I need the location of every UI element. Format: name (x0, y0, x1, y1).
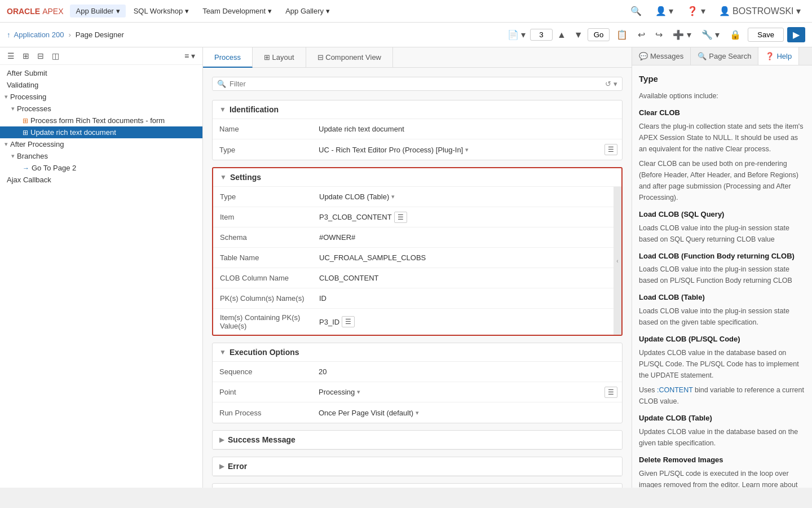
tab-process[interactable]: Process (203, 47, 253, 68)
profile-icon-btn[interactable]: 👤 BOSTROWSKI (714, 3, 805, 19)
tab-help[interactable]: ❓ Help (758, 47, 799, 65)
settings-collapse-handle[interactable]: ‹ (614, 187, 621, 335)
help-entry-3-body: Loads CLOB value into the plug-in sessio… (639, 264, 805, 286)
form-row-pk-items: Item(s) Containing PK(s) Value(s) P3_ID … (213, 309, 614, 335)
right-help-content: Type Available options include: Clear CL… (632, 65, 812, 488)
run-process-value: Once Per Page Visit (default) ▾ (314, 405, 622, 421)
type-options-btn[interactable]: ☰ (604, 144, 617, 155)
pk-items-options-btn[interactable]: ☰ (342, 316, 355, 327)
tree-item-after-submit[interactable]: After Submit (0, 67, 202, 79)
help-entry-5-title: Update CLOB (PL/SQL Code) (639, 334, 805, 345)
processing-label: Processing (10, 93, 46, 101)
type-value: UC - Rich Text Editor Pro (Process) [Plu… (314, 141, 622, 159)
tree-item-branches[interactable]: Branches (0, 150, 202, 162)
tree-item-go-to-page[interactable]: → Go To Page 2 (0, 162, 202, 174)
page-up-btn[interactable]: ▲ (554, 28, 570, 42)
breadcrumb-bar: ↑ Application 200 › Page Designer 📄 ▲ ▼ … (0, 23, 812, 47)
settings-type-select[interactable]: Update CLOB (Table) ▾ (319, 192, 609, 201)
copy-page-btn[interactable]: 📋 (613, 27, 631, 42)
section-identification-header[interactable]: ▼ Identification (213, 100, 622, 119)
list-view-btn[interactable]: ☰ (5, 50, 17, 62)
tree-item-after-processing[interactable]: After Processing (0, 138, 202, 150)
page-nav-icon[interactable]: 📄 (504, 27, 529, 42)
settings-type-value: Update CLOB (Table) ▾ (315, 189, 614, 204)
form-row-name: Name Update rich text document (213, 119, 622, 139)
save-button[interactable]: Save (748, 28, 784, 42)
app-builder-chevron-icon (116, 7, 120, 15)
point-value: Processing ▾ ☰ (314, 383, 622, 401)
after-processing-label: After Processing (10, 140, 64, 148)
page-number-input[interactable] (530, 29, 553, 41)
redo-btn[interactable]: ↪ (652, 27, 666, 42)
help-entry-8-title: Delete Removed Images (639, 454, 805, 466)
go-to-page-icon: → (23, 164, 29, 172)
server-side-condition-header[interactable]: ▶ Server-side Condition (213, 484, 622, 488)
name-value: Update rich text document (314, 121, 622, 137)
diagram-view-btn[interactable]: ◫ (49, 50, 62, 62)
filter-options-icon[interactable]: ↺ ▾ (605, 80, 617, 88)
settings-collapse-icon: ▼ (220, 173, 227, 181)
tree-item-validating[interactable]: Validating (0, 79, 202, 91)
error-header[interactable]: ▶ Error (213, 457, 622, 476)
nav-app-gallery[interactable]: App Gallery (280, 5, 336, 17)
type-select[interactable]: UC - Rich Text Editor Pro (Process) [Plu… (319, 146, 602, 154)
form-row-type: Type UC - Rich Text Editor Pro (Process)… (213, 139, 622, 160)
filter-toggle-btn[interactable]: ≡ (182, 50, 198, 62)
nav-sql-workshop[interactable]: SQL Workshop (128, 5, 195, 17)
tab-page-search[interactable]: 🔍 Page Search (691, 47, 758, 65)
item-label: Item (213, 208, 315, 226)
tree-item-process-form[interactable]: ⊞ Process form Rich Text documents - for… (0, 115, 202, 126)
help-icon-btn[interactable]: ❓ (682, 3, 709, 19)
tab-messages[interactable]: 💬 Messages (632, 47, 691, 65)
help-entry-3-title: Load CLOB (Function Body returning CLOB) (639, 251, 805, 262)
filter-input[interactable] (230, 80, 602, 88)
help-label: Help (776, 52, 792, 60)
tree-item-ajax-callback[interactable]: Ajax Callback (0, 174, 202, 186)
filter-search-icon: 🔍 (217, 80, 226, 88)
go-button[interactable]: Go (588, 28, 610, 41)
run-process-select[interactable]: Once Per Page Visit (default) ▾ (319, 409, 617, 417)
section-settings-header[interactable]: ▼ Settings (213, 168, 621, 187)
tree-item-processing[interactable]: Processing (0, 91, 202, 103)
lock-btn[interactable]: 🔒 (726, 27, 744, 42)
success-message-title: Success Message (228, 435, 295, 444)
success-message-header[interactable]: ▶ Success Message (213, 431, 622, 449)
branches-expand-icon (11, 152, 15, 160)
form-row-run-process: Run Process Once Per Page Visit (default… (213, 402, 622, 423)
nav-team-development[interactable]: Team Development (197, 5, 277, 17)
section-error: ▶ Error (212, 457, 623, 476)
messages-label: Messages (650, 52, 683, 60)
item-options-btn[interactable]: ☰ (394, 212, 407, 223)
center-area: Process ⊞ Layout ⊟ Component View 🔍 ↺ ▾ … (203, 47, 632, 488)
user-icon-btn[interactable]: 👤 (651, 3, 678, 19)
nav-app-builder[interactable]: App Builder (70, 5, 125, 17)
execution-options-header[interactable]: ▼ Execution Options (213, 343, 622, 362)
add-btn[interactable]: ➕ (669, 27, 694, 42)
oracle-logo: ORACLE APEX (7, 7, 63, 16)
tree-item-update-rich[interactable]: ⊞ Update rich text document (0, 126, 202, 138)
split-view-btn[interactable]: ⊟ (34, 50, 47, 62)
breadcrumb-app[interactable]: ↑ Application 200 (7, 30, 64, 39)
tab-layout[interactable]: ⊞ Layout (253, 47, 306, 68)
page-nav: 📄 ▲ ▼ Go (504, 27, 610, 42)
table-name-label: Table Name (213, 249, 315, 266)
point-label: Point (213, 383, 314, 401)
table-name-value: UC_FROALA_SAMPLE_CLOBS (315, 250, 614, 265)
point-options-btn[interactable]: ☰ (604, 387, 617, 398)
settings-type-label: Type (213, 188, 315, 205)
page-down-btn[interactable]: ▼ (571, 28, 586, 42)
search-icon-btn[interactable]: 🔍 (626, 3, 646, 19)
tree-view-btn[interactable]: ⊞ (20, 50, 32, 62)
run-process-label: Run Process (213, 404, 314, 422)
tree-item-processes[interactable]: Processes (0, 103, 202, 115)
undo-btn[interactable]: ↩ (634, 27, 648, 42)
settings-fields: Type Update CLOB (Table) ▾ Item (213, 187, 614, 335)
tab-component-view[interactable]: ⊟ Component View (306, 47, 393, 68)
utilities-btn[interactable]: 🔧 (698, 27, 723, 42)
run-button[interactable]: ▶ (787, 27, 805, 42)
section-execution-options: ▼ Execution Options Sequence 20 Point Pr… (212, 343, 623, 423)
point-select[interactable]: Processing ▾ (319, 388, 602, 396)
success-collapse-icon: ▶ (219, 436, 224, 444)
section-server-side-condition: ▶ Server-side Condition (212, 483, 623, 488)
center-content: 🔍 ↺ ▾ ▼ Identification Name Update rich … (203, 68, 632, 488)
